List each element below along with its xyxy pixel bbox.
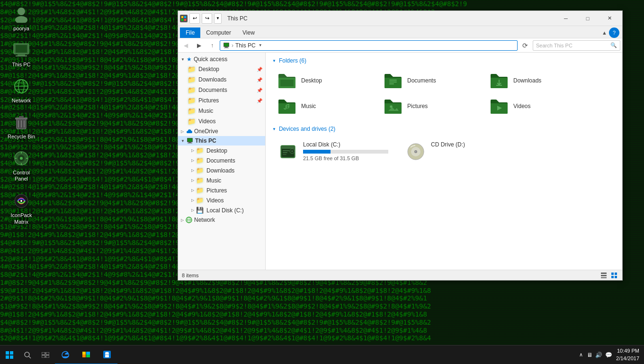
taskbar-clock[interactable]: 10:49 PM 2/14/2017 xyxy=(616,347,639,362)
sidebar-network-header[interactable]: ▷ Network xyxy=(178,215,265,225)
refresh-button[interactable]: ⟳ xyxy=(519,40,531,51)
system-tray-up-icon[interactable]: ∧ xyxy=(579,352,583,358)
desktop-icon-poorya[interactable]: poorya xyxy=(5,5,38,31)
folder-icon: 📁 xyxy=(196,157,204,164)
music-folder-icon xyxy=(277,98,296,115)
minimize-button[interactable]: ─ xyxy=(555,11,577,26)
device-localdisk[interactable]: Local Disk (C:) 21.5 GB free of 31.5 GB xyxy=(272,137,395,166)
thispc-chevron: ▼ xyxy=(181,139,185,143)
help-button[interactable]: ? xyxy=(609,27,619,38)
sidebar-item-videos[interactable]: 📁 Videos xyxy=(178,116,265,127)
maximize-button[interactable]: □ xyxy=(577,11,599,26)
view-tiles-button[interactable] xyxy=(610,271,618,280)
folder-desktop[interactable]: Desktop xyxy=(272,69,376,92)
downloads-folder-icon xyxy=(490,72,509,89)
sidebar-sub-downloads[interactable]: ▷ 📁 Downloads xyxy=(178,165,265,175)
sidebar-item-documents[interactable]: 📁 Documents 📌 xyxy=(178,85,265,95)
sidebar-item-music[interactable]: 📁 Music xyxy=(178,106,265,116)
folder-icon: 📁 xyxy=(188,76,196,83)
sidebar-sub-desktop[interactable]: ▷ 📁 Desktop xyxy=(178,146,265,155)
sidebar-thispc-header[interactable]: ▼ This PC xyxy=(178,136,265,146)
svg-rect-60 xyxy=(601,273,607,274)
taskbar-edge-app[interactable] xyxy=(55,346,76,364)
localdisk-size: 21.5 GB free of 31.5 GB xyxy=(303,155,390,161)
svg-rect-75 xyxy=(42,355,45,358)
sidebar-sub-music[interactable]: ▷ 📁 Music xyxy=(178,175,265,185)
sub-music-label: Music xyxy=(206,177,221,184)
sidebar-item-pictures[interactable]: 📁 Pictures 📌 xyxy=(178,95,265,106)
expand-icon: ▷ xyxy=(191,198,194,202)
localdisk-info: Local Disk (C:) 21.5 GB free of 31.5 GB xyxy=(303,141,390,161)
desktop-icon-controlpanel[interactable]: Control Panel xyxy=(5,149,38,182)
devices-section-header[interactable]: ▼ Devices and drives (2) xyxy=(272,126,616,132)
taskview-button[interactable] xyxy=(36,346,55,364)
tab-view[interactable]: View xyxy=(237,27,260,38)
network-tray-icon: 🖥 xyxy=(587,352,592,358)
sub-pictures-label: Pictures xyxy=(206,187,227,194)
network-chevron: ▷ xyxy=(181,218,184,222)
folder-music[interactable]: Music xyxy=(272,94,376,118)
sidebar-documents-label: Documents xyxy=(198,87,227,93)
folder-pictures[interactable]: Pictures xyxy=(378,94,483,118)
sidebar-item-downloads[interactable]: 📁 Downloads 📌 xyxy=(178,74,265,85)
quick-access-dropdown[interactable]: ▼ xyxy=(214,13,222,24)
folder-downloads[interactable]: Downloads xyxy=(484,69,589,92)
folders-section-header[interactable]: ▼ Folders (6) xyxy=(272,57,616,64)
svg-point-71 xyxy=(25,352,29,357)
system-tray-icons: 🖥 🔊 💬 xyxy=(587,352,612,358)
address-dropdown-btn[interactable]: ▼ xyxy=(256,40,265,51)
search-box[interactable]: Search This PC 🔍 xyxy=(533,40,620,51)
close-button[interactable]: ✕ xyxy=(599,11,620,26)
redo-button[interactable]: ↪ xyxy=(202,13,212,24)
path-current: This PC xyxy=(235,42,256,49)
desktop-icon-iconpack[interactable]: IconPack Matrix xyxy=(5,191,38,225)
ribbon-collapse[interactable]: ▲ xyxy=(602,30,607,36)
desktop-icon-recyclebin[interactable]: Recycle Bin xyxy=(5,113,38,139)
videos-folder-name: Videos xyxy=(513,103,530,109)
sidebar-sub-documents[interactable]: ▷ 📁 Documents xyxy=(178,155,265,165)
sub-downloads-label: Downloads xyxy=(206,167,234,174)
sidebar-onedrive-header[interactable]: ▷ OneDrive xyxy=(178,127,265,136)
svg-rect-63 xyxy=(611,273,614,275)
tab-computer[interactable]: Computer xyxy=(200,27,237,38)
desktop-folder-name: Desktop xyxy=(301,77,322,84)
tab-file[interactable]: File xyxy=(180,27,200,38)
svg-rect-69 xyxy=(6,355,9,359)
folder-videos[interactable]: Videos xyxy=(484,94,589,118)
taskbar-store-app[interactable] xyxy=(97,346,117,364)
network-sidebar-label: Network xyxy=(194,217,215,223)
explorer-app-icon xyxy=(180,15,188,22)
svg-rect-62 xyxy=(601,277,607,278)
start-button[interactable] xyxy=(0,346,19,364)
forward-button[interactable]: ▶ xyxy=(193,40,205,51)
ribbon-right: ▲ ? xyxy=(602,27,622,38)
device-cddrive[interactable]: CD Drive (D:) xyxy=(400,137,523,166)
sidebar-sub-videos[interactable]: ▷ 📁 Videos xyxy=(178,195,265,205)
sidebar-videos-label: Videos xyxy=(198,118,215,125)
svg-rect-55 xyxy=(283,154,286,155)
taskbar-search-button[interactable] xyxy=(19,346,36,364)
svg-rect-4 xyxy=(18,54,25,55)
expand-icon: ▷ xyxy=(191,178,194,182)
svg-point-19 xyxy=(20,157,23,160)
disk-icon: 💾 xyxy=(196,207,204,214)
sidebar-sub-pictures[interactable]: ▷ 📁 Pictures xyxy=(178,185,265,195)
svg-rect-64 xyxy=(615,273,617,275)
desktop-icon-network[interactable]: Network xyxy=(5,77,38,103)
desktop-icon-thispc[interactable]: This PC xyxy=(5,41,38,67)
sidebar-quickaccess-header[interactable]: ▼ ★ Quick access xyxy=(178,55,265,64)
svg-rect-3 xyxy=(16,45,27,53)
address-path-box[interactable]: › This PC ▼ xyxy=(220,40,518,51)
back-button[interactable]: ◀ xyxy=(180,40,191,51)
view-details-button[interactable] xyxy=(599,271,608,280)
cddrive-info: CD Drive (D:) xyxy=(431,141,518,150)
folders-title: Folders (6) xyxy=(279,57,306,64)
svg-rect-79 xyxy=(86,352,90,355)
folder-documents[interactable]: Documents xyxy=(378,69,483,92)
up-button[interactable]: ↑ xyxy=(206,40,218,51)
taskbar-explorer-app[interactable] xyxy=(76,346,97,364)
sidebar-sub-localdisk[interactable]: ▷ 💾 Local Disk (C:) xyxy=(178,205,265,215)
sidebar-item-desktop[interactable]: 📁 Desktop 📌 xyxy=(178,64,265,74)
taskbar: ∧ 🖥 🔊 💬 10:49 PM 2/14/2017 xyxy=(0,345,644,364)
undo-button[interactable]: ↩ xyxy=(189,13,200,24)
